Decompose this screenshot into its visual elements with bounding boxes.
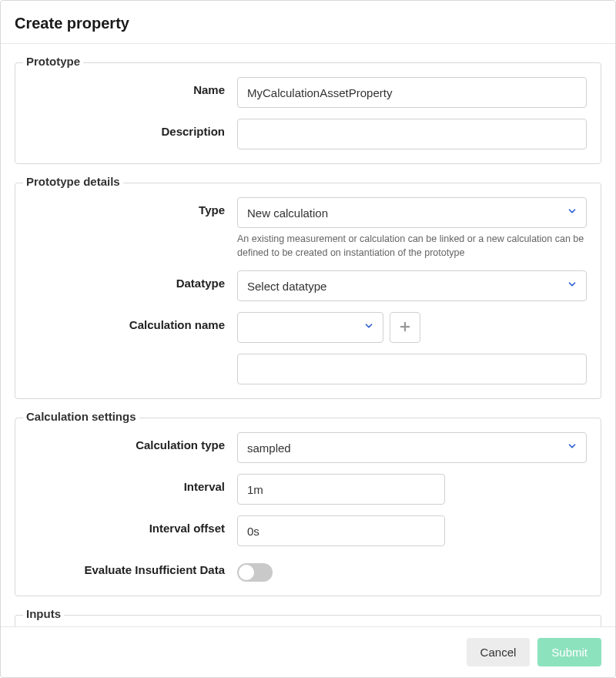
offset-row: Interval offset xyxy=(29,515,587,546)
name-label: Name xyxy=(29,77,237,96)
type-help-text: An existing measurement or calculation c… xyxy=(237,233,587,260)
offset-label: Interval offset xyxy=(29,515,237,535)
prototype-legend: Prototype xyxy=(23,55,83,68)
datatype-select-value: Select datatype xyxy=(247,280,326,293)
datatype-row: Datatype Select datatype xyxy=(29,270,587,301)
datatype-label: Datatype xyxy=(29,270,237,290)
type-select[interactable]: New calculation xyxy=(237,197,587,228)
prototype-fieldset: Prototype Name Description xyxy=(15,62,601,164)
calcname-extra-label xyxy=(29,354,237,360)
calc-type-row: Calculation type sampled xyxy=(29,432,587,463)
calcname-row: Calculation name xyxy=(29,312,587,343)
inputs-legend: Inputs xyxy=(23,607,64,620)
interval-label: Interval xyxy=(29,474,237,493)
add-calcname-button[interactable] xyxy=(390,312,420,343)
submit-button[interactable]: Submit xyxy=(537,638,601,666)
calcname-label: Calculation name xyxy=(29,312,237,331)
cancel-button[interactable]: Cancel xyxy=(467,638,531,666)
dialog-body[interactable]: Prototype Name Description Prototype det… xyxy=(1,43,615,627)
calcname-select[interactable] xyxy=(237,312,383,343)
interval-input[interactable] xyxy=(237,474,445,505)
name-input[interactable] xyxy=(237,77,587,108)
calc-type-select[interactable]: sampled xyxy=(237,432,587,463)
prototype-details-fieldset: Prototype details Type New calculation A… xyxy=(15,183,601,399)
interval-row: Interval xyxy=(29,474,587,505)
calcname-extra-input[interactable] xyxy=(237,354,587,384)
eval-row: Evaluate Insufficient Data xyxy=(29,557,587,582)
calc-type-label: Calculation type xyxy=(29,432,237,451)
calculation-settings-legend: Calculation settings xyxy=(23,410,139,423)
eval-label: Evaluate Insufficient Data xyxy=(29,557,237,576)
plus-icon xyxy=(398,320,412,336)
description-label: Description xyxy=(29,119,237,138)
dialog-title: Create property xyxy=(15,15,601,32)
create-property-dialog: Create property Prototype Name Descripti… xyxy=(0,0,616,678)
dialog-footer: Cancel Submit xyxy=(1,627,615,677)
calculation-settings-fieldset: Calculation settings Calculation type sa… xyxy=(15,418,601,596)
description-row: Description xyxy=(29,119,587,149)
inputs-fieldset: Inputs xyxy=(15,615,601,627)
offset-input[interactable] xyxy=(237,515,445,546)
calc-type-select-value: sampled xyxy=(247,441,291,455)
type-row: Type New calculation An existing measure… xyxy=(29,197,587,260)
name-row: Name xyxy=(29,77,587,108)
dialog-header: Create property xyxy=(1,1,615,43)
type-select-value: New calculation xyxy=(247,206,328,220)
eval-toggle[interactable] xyxy=(237,563,273,582)
description-input[interactable] xyxy=(237,119,587,149)
toggle-knob xyxy=(239,565,254,580)
calcname-extra-row xyxy=(29,354,587,384)
datatype-select[interactable]: Select datatype xyxy=(237,270,587,301)
type-label: Type xyxy=(29,197,237,216)
prototype-details-legend: Prototype details xyxy=(23,175,123,188)
